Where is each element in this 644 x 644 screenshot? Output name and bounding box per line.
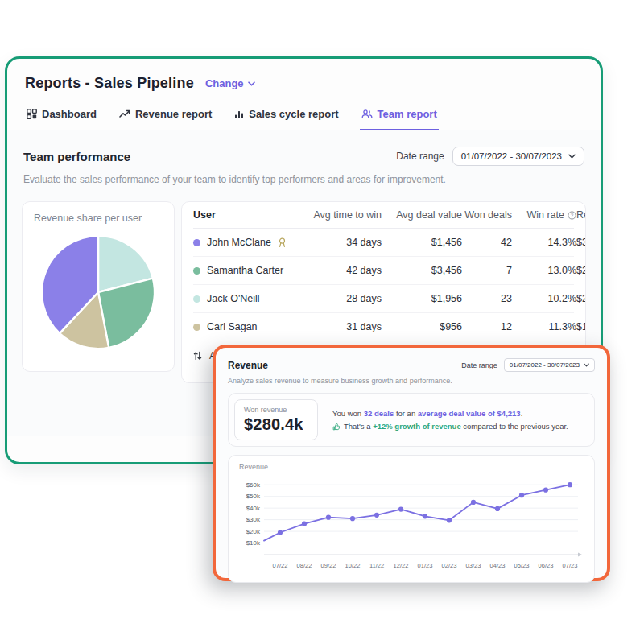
user-color-dot [193,324,200,331]
svg-text:$50k: $50k [246,493,261,500]
avg-deal-cell: $1,956 [382,293,462,304]
svg-text:11/22: 11/22 [369,562,384,569]
team-icon [361,109,373,118]
tab-sales-cycle-report[interactable]: Sales cycle report [233,108,340,130]
svg-text:$40k: $40k [246,505,261,512]
svg-text:06/23: 06/23 [539,562,554,569]
column-header-user: User [193,209,312,221]
tab-dashboard[interactable]: Dashboard [25,108,98,130]
avg-deal-value-link[interactable]: average deal value of $4,213 [418,409,521,418]
page-title: Reports - Sales Pipeline [25,75,194,92]
tab-label: Dashboard [42,108,97,120]
date-range-select[interactable]: 01/07/2022 - 30/07/2023 [452,147,584,166]
avg-time-cell: 42 days [312,265,382,276]
svg-text:07/22: 07/22 [273,562,288,569]
user-color-dot [193,239,200,246]
change-button-label: Change [205,77,244,89]
svg-text:08/22: 08/22 [297,562,312,569]
pie-chart [39,233,158,352]
avg-time-cell: 31 days [312,321,382,332]
help-icon[interactable]: ? [568,211,576,220]
growth-link[interactable]: +12% growth of revenue [373,422,461,431]
svg-text:03/23: 03/23 [466,562,481,569]
change-report-button[interactable]: Change [205,77,255,89]
table-body: John McClane34 days$1,4564214.3%$328,345… [193,229,574,341]
column-header-avg-deal: Avg deal value [382,209,462,221]
chevron-down-icon [584,363,589,367]
chevron-down-icon [568,154,576,159]
table-row[interactable]: Jack O'Neill28 days$1,9562310.2%$225,388 [193,285,574,313]
user-cell: Samantha Carter [193,265,312,276]
revenue-card: Revenue Date range 01/07/2022 - 30/07/20… [213,345,610,581]
svg-text:04/23: 04/23 [490,562,506,569]
date-range-value: 01/07/2022 - 30/07/2023 [461,151,562,161]
win-rate-cell: 14.3% [512,237,576,248]
date-range-control: Date range 01/07/2022 - 30/07/2023 [396,147,584,166]
user-color-dot [193,267,200,275]
table-row[interactable]: Carl Sagan31 days$9561211.3%$128,345 [193,313,574,341]
table-row[interactable]: John McClane34 days$1,4564214.3%$328,345 [193,229,574,257]
win-rate-cell: 13.0% [512,265,576,276]
table-header-row: User Avg time to win Avg deal value Won … [193,202,574,229]
trending-up-icon [119,109,130,118]
revenue-cell: $238,645 [576,265,586,276]
won-deals-cell: 42 [462,237,512,248]
user-cell: John McClane [193,237,312,248]
pie-chart-title: Revenue share per user [34,213,163,224]
won-deals-cell: 7 [462,265,512,276]
sort-arrows-icon [193,351,202,361]
won-revenue-box: Won revenue $280.4k [234,399,318,440]
column-header-avg-time: Avg time to win [312,209,382,221]
report-tabs: DashboardRevenue reportSales cycle repor… [22,108,586,130]
svg-text:?: ? [571,212,574,217]
tab-label: Sales cycle report [249,108,338,120]
chevron-down-icon [248,81,255,86]
svg-text:$10k: $10k [246,539,261,547]
column-header-win-rate: Win rate ? [512,209,576,221]
won-revenue-label: Won revenue [244,406,308,414]
column-header-revenue: Revenue [576,209,586,221]
card-header: Reports - Sales Pipeline Change [22,75,586,92]
svg-text:10/22: 10/22 [345,562,361,569]
dashboard-grid-icon [27,109,37,119]
line-chart-title: Revenue [239,463,586,471]
svg-text:05/23: 05/23 [514,562,530,569]
revenue-date-range-control: Date range 01/07/2022 - 30/07/2023 [461,358,595,372]
user-name: Samantha Carter [207,265,283,276]
column-header-won-deals: Won deals [462,209,512,221]
avg-time-cell: 28 days [312,293,382,304]
tab-label: Team report [378,108,437,120]
avg-deal-cell: $956 [382,321,462,332]
svg-text:01/23: 01/23 [418,562,433,569]
svg-text:$30k: $30k [246,516,261,523]
revenue-chart-card: Revenue $10k$20k$30k$40k$50k$60k07/2208/… [228,455,595,583]
tab-label: Revenue report [135,108,212,120]
user-cell: Carl Sagan [193,321,312,332]
svg-text:02/23: 02/23 [442,562,457,569]
svg-text:$60k: $60k [246,481,261,489]
avg-deal-cell: $3,456 [382,265,462,276]
date-range-label: Date range [396,151,444,162]
avg-time-cell: 34 days [312,237,382,248]
tab-revenue-report[interactable]: Revenue report [118,108,213,130]
user-color-dot [193,295,200,303]
thumbs-up-icon [332,423,341,431]
deals-link[interactable]: 32 deals [364,409,394,418]
won-deals-cell: 23 [462,293,512,304]
won-revenue-value: $280.4k [244,415,308,434]
revenue-date-range-select[interactable]: 01/07/2022 - 30/07/2023 [504,358,595,372]
table-row[interactable]: Samantha Carter42 days$3,456713.0%$238,6… [193,257,574,285]
revenue-line-chart: $10k$20k$30k$40k$50k$60k07/2208/2209/221… [237,471,591,579]
win-rate-cell: 11.3% [512,321,576,332]
medal-icon [278,237,287,248]
revenue-card-title: Revenue [228,360,268,371]
revenue-stats-box: Won revenue $280.4k You won 32 deals for… [228,393,595,447]
date-range-value: 01/07/2022 - 30/07/2023 [510,361,580,369]
tab-team-report[interactable]: Team report [360,108,439,130]
section-subtitle: Evaluate the sales performance of your t… [22,174,586,185]
user-cell: Jack O'Neill [193,293,312,304]
date-range-label: Date range [461,361,497,369]
svg-text:$20k: $20k [246,528,261,535]
revenue-summary: You won 32 deals for an average deal val… [332,407,568,433]
win-rate-cell: 10.2% [512,293,576,304]
